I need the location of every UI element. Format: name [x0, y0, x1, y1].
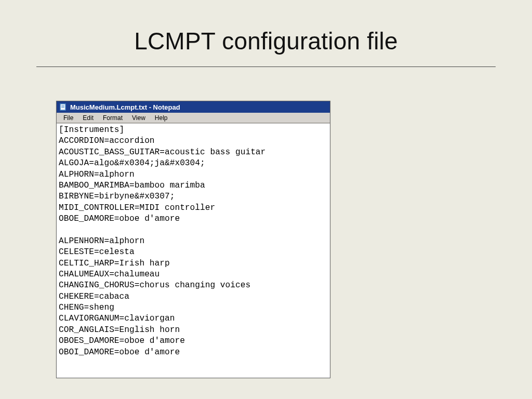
- notepad-window: MusicMedium.Lcmpt.txt - Notepad File Edi…: [56, 101, 330, 378]
- title-divider: [36, 66, 496, 67]
- menu-file[interactable]: File: [59, 113, 78, 123]
- menu-edit[interactable]: Edit: [78, 113, 98, 123]
- svg-rect-0: [60, 104, 65, 110]
- slide-title: LCMPT configuration file: [0, 0, 532, 55]
- menu-bar: File Edit Format View Help: [57, 113, 330, 123]
- window-titlebar[interactable]: MusicMedium.Lcmpt.txt - Notepad: [57, 101, 330, 113]
- menu-view[interactable]: View: [127, 113, 150, 123]
- slide: LCMPT configuration file MusicMedium.Lcm…: [0, 0, 532, 399]
- notepad-content[interactable]: [Instruments] ACCORDION=accordion ACOUST…: [57, 123, 330, 378]
- window-title: MusicMedium.Lcmpt.txt - Notepad: [70, 103, 180, 111]
- menu-format[interactable]: Format: [98, 113, 127, 123]
- menu-help[interactable]: Help: [150, 113, 172, 123]
- notepad-icon: [60, 103, 67, 111]
